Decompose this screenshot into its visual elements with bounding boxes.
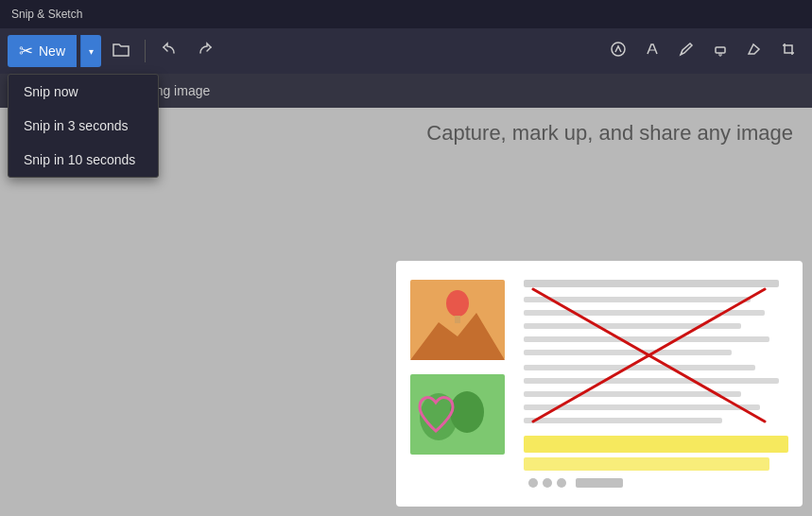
app-title: Snip & Sketch	[11, 8, 82, 21]
toolbar: ✂ New ▾	[0, 28, 812, 74]
ballpoint-icon	[644, 41, 661, 61]
svg-rect-19	[524, 378, 779, 384]
svg-rect-22	[524, 418, 722, 423]
crop-icon	[780, 41, 797, 61]
svg-point-24	[543, 478, 552, 488]
svg-rect-26	[576, 478, 623, 488]
dropdown-menu: Snip now Snip in 3 seconds Snip in 10 se…	[8, 74, 159, 178]
preview-area	[387, 251, 812, 516]
svg-point-9	[450, 391, 484, 433]
svg-point-0	[612, 43, 625, 56]
title-bar: Snip & Sketch	[0, 0, 812, 28]
new-label: New	[39, 43, 65, 59]
redo-button[interactable]	[189, 35, 221, 67]
touch-write-button[interactable]	[602, 35, 634, 67]
svg-rect-17	[524, 457, 769, 471]
crop-button[interactable]	[772, 35, 804, 67]
highlighter-button[interactable]	[704, 35, 736, 67]
toolbar-left: ✂ New ▾	[8, 35, 221, 67]
redo-icon	[198, 42, 213, 60]
snip-now-item[interactable]: Snip now	[9, 75, 158, 109]
pencil-icon	[678, 41, 695, 61]
svg-rect-20	[524, 391, 741, 397]
folder-icon	[112, 42, 130, 60]
open-button[interactable]	[105, 35, 137, 67]
center-text: Capture, mark up, and share any image	[426, 121, 793, 146]
eraser-icon	[746, 41, 763, 61]
new-dropdown-button[interactable]: ▾	[80, 35, 101, 67]
new-button[interactable]: ✂ New	[8, 35, 77, 67]
preview-illustration	[387, 251, 812, 516]
snip-10s-item[interactable]: Snip in 10 seconds	[9, 143, 158, 177]
chevron-down-icon: ▾	[89, 46, 94, 57]
pencil-button[interactable]	[670, 35, 702, 67]
svg-point-5	[446, 290, 469, 317]
snip-3s-item[interactable]: Snip in 3 seconds	[9, 109, 158, 143]
touch-write-icon	[610, 41, 627, 61]
ballpoint-pen-button[interactable]	[636, 35, 668, 67]
new-icon: ✂	[19, 41, 33, 61]
svg-rect-13	[524, 323, 741, 329]
svg-rect-1	[716, 47, 725, 53]
svg-point-23	[528, 478, 538, 488]
svg-rect-18	[524, 365, 755, 370]
undo-icon	[162, 42, 177, 60]
eraser-button[interactable]	[738, 35, 770, 67]
toolbar-right	[602, 35, 804, 67]
separator-1	[145, 40, 146, 62]
undo-button[interactable]	[153, 35, 185, 67]
svg-point-25	[557, 478, 566, 488]
svg-rect-16	[524, 436, 788, 453]
svg-rect-11	[524, 297, 751, 302]
svg-rect-10	[524, 280, 779, 287]
svg-rect-15	[524, 350, 732, 355]
svg-rect-6	[455, 316, 460, 323]
svg-rect-14	[524, 336, 769, 342]
highlighter-icon	[712, 41, 729, 61]
